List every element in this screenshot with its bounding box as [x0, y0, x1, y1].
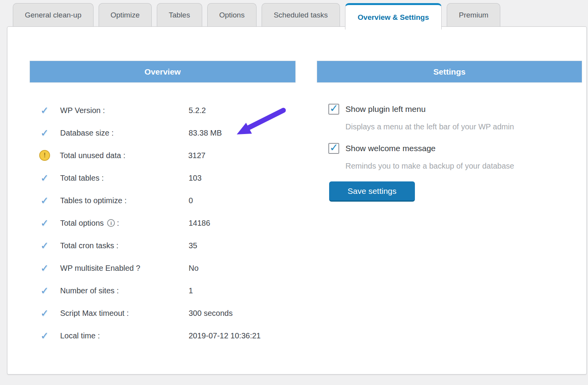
overview-row-label: Total cron tasks :: [60, 241, 189, 250]
tab-tables[interactable]: Tables: [157, 3, 202, 26]
overview-row: ✓Number of sites :1: [29, 279, 296, 302]
option-description: Reminds you to make a backup of your dat…: [345, 162, 585, 171]
tab-general-clean-up[interactable]: General clean-up: [13, 3, 94, 26]
overview-row-value: 300 seconds: [189, 309, 232, 318]
checkbox-label: Show welcome message: [345, 144, 435, 153]
tab-bar: General clean-upOptimizeTablesOptionsSch…: [13, 3, 500, 30]
settings-header: Settings: [317, 61, 582, 83]
save-settings-button[interactable]: Save settings: [329, 181, 415, 202]
check-icon: ✓: [39, 285, 50, 296]
checkmark-icon: ✓: [330, 102, 338, 114]
option-description: Displays a menu at the left bar of your …: [345, 122, 585, 131]
check-icon: ✓: [39, 127, 50, 139]
overview-row: ✓Total cron tasks :35: [29, 234, 296, 257]
overview-row-value: 5.2.2: [189, 106, 206, 115]
check-icon: ✓: [39, 262, 50, 274]
overview-row-label: Database size :: [60, 129, 189, 138]
tab-scheduled-tasks[interactable]: Scheduled tasks: [262, 3, 340, 26]
overview-row-value: 3127: [188, 151, 206, 160]
warning-icon: !: [39, 150, 50, 161]
settings-option[interactable]: ✓Show plugin left menu: [328, 103, 585, 115]
overview-row-label: Local time :: [60, 331, 189, 340]
overview-row-label: Total tables :: [60, 174, 189, 183]
tab-premium[interactable]: Premium: [447, 3, 500, 26]
check-icon: ✓: [39, 105, 50, 116]
overview-row-value: No: [189, 264, 199, 273]
content-panel: Overview Settings ✓WP Version :5.2.2✓Dat…: [7, 26, 587, 375]
check-icon: ✓: [39, 330, 50, 341]
check-icon: ✓: [39, 307, 50, 319]
checkbox-label: Show plugin left menu: [345, 105, 426, 114]
tab-optimize[interactable]: Optimize: [99, 3, 152, 26]
plugin-admin-screen: General clean-upOptimizeTablesOptionsSch…: [0, 0, 588, 385]
check-icon: ✓: [39, 217, 50, 229]
check-icon: ✓: [39, 172, 50, 184]
overview-row: ✓Script Max timeout :300 seconds: [29, 302, 296, 324]
overview-header: Overview: [29, 61, 296, 83]
overview-row-label: WP multisite Enabled ?: [60, 264, 189, 273]
overview-row-label: Total unused data :: [60, 151, 188, 160]
info-icon[interactable]: i: [107, 219, 115, 227]
overview-row-label: WP Version :: [60, 106, 189, 115]
overview-row-value: 103: [189, 174, 201, 183]
tab-overview-settings[interactable]: Overview & Settings: [345, 3, 442, 30]
check-icon: ✓: [39, 195, 50, 206]
settings-body: ✓Show plugin left menuDisplays a menu at…: [328, 103, 585, 202]
overview-row-label: Number of sites :: [60, 286, 189, 295]
checkbox[interactable]: ✓: [328, 143, 339, 154]
tab-options[interactable]: Options: [207, 3, 257, 26]
overview-row-label: Total optionsi:: [60, 219, 189, 228]
overview-row-value: 0: [189, 196, 193, 205]
overview-row-label: Tables to optimize :: [60, 196, 189, 205]
overview-row-value: 83.38 MB: [189, 129, 222, 138]
overview-row: ✓Tables to optimize :0: [29, 189, 296, 212]
settings-option[interactable]: ✓Show welcome message: [328, 142, 585, 155]
overview-row-value: 1: [189, 286, 193, 295]
overview-row: ✓Total optionsi:14186: [29, 212, 296, 234]
overview-row: !Total unused data :3127: [29, 144, 296, 167]
overview-row: ✓WP multisite Enabled ?No: [29, 257, 296, 279]
overview-row: ✓Local time :2019-07-12 10:36:21: [29, 324, 296, 347]
overview-row-label: Script Max timeout :: [60, 309, 189, 318]
settings-options: ✓Show plugin left menuDisplays a menu at…: [328, 103, 585, 171]
annotation-arrow-icon: [232, 106, 288, 141]
overview-row-value: 35: [189, 241, 197, 250]
check-icon: ✓: [39, 240, 50, 251]
checkmark-icon: ✓: [330, 141, 338, 153]
overview-row: ✓Total tables :103: [29, 167, 296, 189]
checkbox[interactable]: ✓: [328, 104, 339, 115]
overview-row-value: 14186: [189, 219, 210, 228]
overview-row-value: 2019-07-12 10:36:21: [189, 331, 261, 340]
